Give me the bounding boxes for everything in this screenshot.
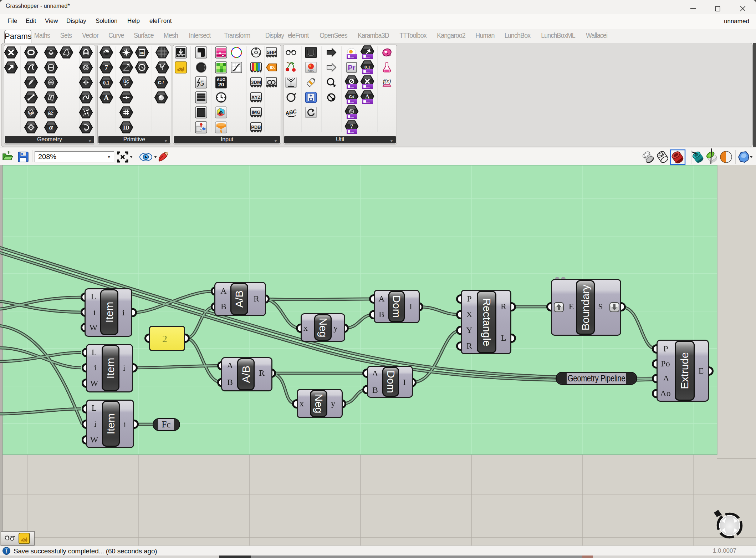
svg-text:5: 5 [200,78,204,87]
svg-text:α: α [49,124,53,131]
svg-text:C:/: C:/ [349,95,354,99]
svg-text:REC: REC [307,69,315,72]
svg-text:C:/: C:/ [158,80,164,85]
svg-text:f(x): f(x) [383,78,391,85]
svg-text:!: ! [5,548,7,554]
svg-text:PDB: PDB [251,125,261,130]
svg-text:ID.: ID. [270,65,275,70]
svg-text:20: 20 [218,81,224,87]
svg-text:ÜÇ: ÜÇ [123,80,129,84]
svg-text:ID: ID [123,125,129,131]
svg-text:3DM: 3DM [251,80,261,85]
svg-text:A: A [365,93,369,100]
svg-text:B: B [48,112,51,116]
svg-text:AB: AB [29,111,33,115]
svg-text:7: 7 [350,123,353,130]
svg-text:0.1: 0.1 [103,80,109,86]
svg-text:88: 88 [140,51,144,55]
svg-text:SHP: SHP [267,50,276,55]
svg-text:XYZ: XYZ [251,95,260,100]
svg-text:0.1: 0.1 [364,64,370,70]
svg-text:7: 7 [104,64,108,71]
svg-text:IMG: IMG [252,110,261,115]
svg-text:A: A [104,94,109,101]
svg-text:Pr: Pr [348,64,355,72]
svg-text:ABC: ABC [284,108,297,117]
